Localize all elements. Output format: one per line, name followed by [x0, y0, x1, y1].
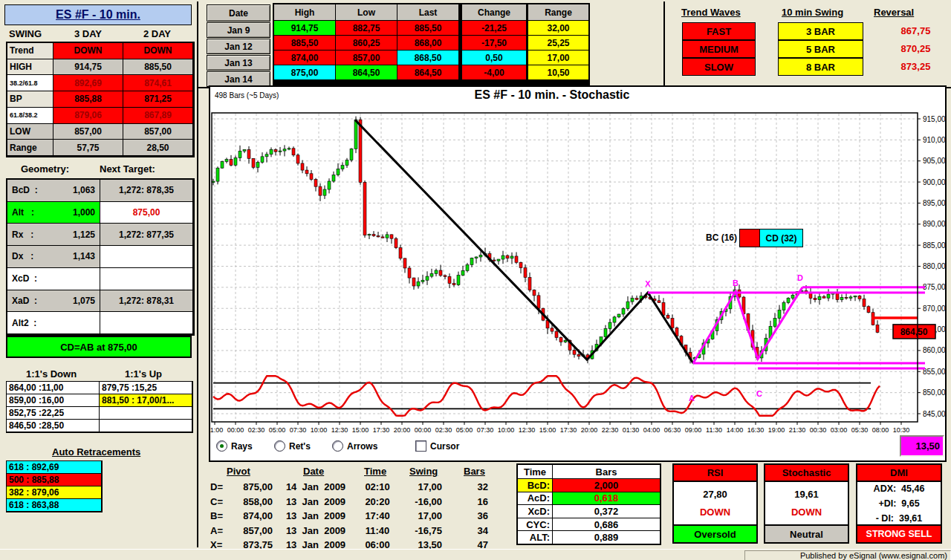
swing-size-value: 13,50 [915, 440, 943, 452]
daily-date: Jan 13 [207, 55, 270, 71]
pivot-time: 17:40 [359, 510, 396, 521]
pivot-date: 14 Jan 2009 [273, 481, 359, 492]
daily-range: 17,00 [528, 51, 588, 65]
radio-arrows[interactable]: Arrows [332, 440, 377, 452]
swing-value: 867,89 [123, 108, 193, 124]
checkbox-cursor[interactable]: Cursor [415, 440, 459, 452]
rsi-value: 27,80 [703, 489, 727, 500]
geometry-key: Rx :1,125 [7, 224, 100, 246]
svg-text:885,00: 885,00 [923, 241, 945, 250]
svg-text:04:00: 04:00 [643, 426, 660, 434]
rsi-status: Oversold [674, 524, 756, 542]
pivot-price: 875,00 [230, 481, 273, 492]
svg-text:01:30: 01:30 [623, 426, 640, 434]
svg-text:905,00: 905,00 [923, 157, 945, 165]
swing-value: 914,75 [53, 59, 123, 76]
pivot-swing: 17,00 [396, 481, 442, 492]
pivot-header: Time [361, 466, 389, 477]
radio-rets-icon[interactable] [274, 440, 285, 452]
symbol-title: ES #F - 10 min. [56, 8, 140, 22]
svg-text:21:30: 21:30 [789, 426, 806, 434]
checkbox-cursor-icon[interactable] [415, 440, 426, 452]
svg-text:915,00: 915,00 [923, 115, 945, 123]
pivot-bars: 16 [442, 496, 488, 507]
daily-change: -17,50 [462, 36, 526, 50]
svg-text:10:30: 10:30 [893, 426, 910, 434]
stochastic-panel: Stochastic 19,61 DOWN Neutral [764, 463, 849, 544]
radio-rets[interactable]: Ret's [274, 440, 311, 452]
swing-value: 874,61 [123, 75, 193, 91]
bars-count-label: 498 Bars (~5 Days) [215, 91, 279, 100]
daily-change: 0,50 [462, 51, 526, 65]
auto-retracements-title: Auto Retracements [52, 446, 140, 458]
ratio-key: XcD: [517, 505, 553, 518]
daily-col-header: Range [528, 4, 588, 20]
radio-rays[interactable]: Rays [216, 440, 253, 452]
daily-low: 857,00 [336, 51, 397, 65]
geometry-key: Dx :1,143 [7, 246, 100, 268]
pivot-key: A= [210, 525, 230, 536]
pivot-key: C= [210, 496, 230, 507]
ratio-value: 0,372 [553, 505, 660, 518]
svg-text:850,00: 850,00 [923, 388, 945, 397]
daily-last: 868,00 [397, 36, 458, 50]
pivot-price: 874,00 [230, 510, 273, 521]
auto-retracements-table: 618 : 892,69 500 : 885,88 382 : 879,06 6… [6, 460, 103, 512]
vertical-divider [663, 1, 665, 87]
svg-text:X: X [645, 279, 651, 288]
geometry-footer: CD=AB at 875,00 [6, 336, 192, 358]
ones-down-value: 859,00 :16,00 [7, 394, 100, 407]
symbol-title-bar: ES #F - 10 min. [4, 4, 192, 25]
svg-text:C: C [756, 389, 762, 398]
svg-text:910,00: 910,00 [923, 136, 945, 144]
swing-value: DOWN [53, 43, 123, 59]
geometry-target: 1,272: 877,35 [100, 224, 193, 246]
pivot-key: D= [210, 481, 230, 492]
radio-arrows-label: Arrows [347, 441, 377, 452]
swing-value: 885,88 [53, 91, 123, 108]
daily-date-header: Date [207, 4, 270, 22]
retracement-level: 618 : 863,88 [7, 499, 102, 512]
pivot-swing: 17,00 [396, 510, 442, 521]
svg-text:05:30: 05:30 [851, 426, 869, 434]
swing-col-header: 2 DAY [123, 28, 192, 39]
svg-text:A: A [689, 394, 695, 403]
reversal-value: 873,25 [888, 58, 944, 74]
svg-text:17:30: 17:30 [373, 426, 390, 434]
radio-rays-icon[interactable] [216, 440, 227, 452]
stochastic-title: Stochastic [765, 465, 848, 482]
pivot-row: A= 857,00 13 Jan 2009 11:40 -16,75 34 [210, 524, 500, 538]
daily-low: 864,50 [336, 65, 397, 79]
swing-value: 885,50 [123, 59, 193, 76]
swing-col-header: 3 DAY [53, 28, 123, 39]
svg-text:10:00: 10:00 [498, 426, 515, 434]
swing-value: 892,69 [53, 75, 123, 91]
geometry-target [100, 312, 193, 334]
daily-high: 914,75 [274, 21, 335, 35]
svg-text:895,00: 895,00 [923, 199, 945, 207]
pivot-time: 02:10 [359, 481, 396, 492]
daily-col-header: Last [397, 4, 458, 20]
pivot-header: Date [297, 466, 330, 477]
svg-text:02:30: 02:30 [248, 426, 265, 434]
swing-3bar: 3 BAR [778, 22, 863, 40]
geometry-target [100, 268, 193, 290]
daily-low: 860,25 [336, 36, 397, 50]
ratio-value: 0,686 [553, 518, 660, 532]
geometry-title: Geometry: [21, 163, 69, 175]
swing-5bar: 5 BAR [778, 40, 863, 58]
svg-text:19:00: 19:00 [768, 426, 785, 434]
pivot-row: B= 874,00 13 Jan 2009 17:40 17,00 36 [210, 509, 500, 524]
reversal-title: Reversal [874, 7, 914, 18]
radio-arrows-icon[interactable] [332, 440, 343, 452]
pivot-header: Bars [462, 466, 487, 477]
ones-down-title: 1:1's Down [26, 368, 77, 380]
price-chart: 21:0000:0002:3005:0007:3010:0012:3015:00… [210, 87, 945, 460]
legend-bc-swatch [739, 229, 760, 247]
rsi-title: RSI [674, 465, 756, 482]
trend-wave-medium: MEDIUM [682, 40, 756, 58]
daily-high: 875,00 [274, 65, 335, 79]
svg-text:10:00: 10:00 [311, 426, 328, 434]
retracement-level: 500 : 885,88 [7, 474, 102, 486]
reversal-value: 867,75 [888, 22, 944, 39]
